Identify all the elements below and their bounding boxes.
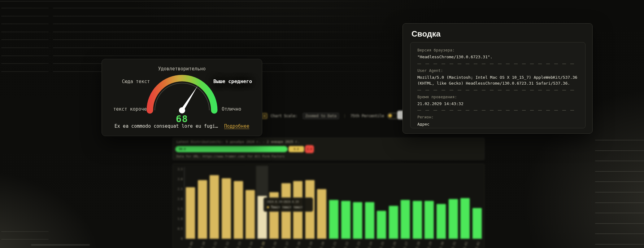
chart-tooltip: 2024.8.19~2024.8.19 Текст текст текст — [263, 197, 313, 212]
tooltip-text: Текст текст текст — [271, 206, 302, 209]
summary-info-box: Версия браузера:"HeadlessChrome/130.0.67… — [410, 42, 585, 128]
chart-bar[interactable] — [377, 211, 386, 239]
x-axis-tick-label: 2024-12-18 — [290, 241, 301, 248]
x-axis-tick-label: 2024-12-29 — [422, 241, 433, 248]
chart-y-axis — [184, 167, 185, 239]
y-axis-tick-label: 0 — [174, 237, 183, 240]
x-axis-tick-label: 2024-12-12 — [219, 241, 229, 248]
chart-bar[interactable] — [317, 189, 326, 239]
summary-panel: Сводка Версия браузера:"HeadlessChrome/1… — [402, 23, 593, 134]
x-axis-tick-label: 2024-12-28 — [410, 241, 420, 248]
chart-bar[interactable] — [222, 178, 231, 239]
checkbox-mark-icon — [263, 115, 265, 117]
summary-row-value: Адрес — [417, 121, 578, 127]
summary-row-label: Регион: — [417, 114, 578, 120]
chart-bar[interactable] — [437, 204, 446, 239]
percentile-label: 75th Percentile — [350, 114, 384, 118]
x-axis-tick-label: 2024-12-30 — [433, 241, 444, 248]
tooltip-series-dot-icon — [267, 206, 269, 208]
chart-bar[interactable] — [413, 201, 422, 239]
chart-scale-label: Chart Scale: — [271, 114, 298, 118]
distribution-footer: Data for URL: https://www.framer.com/ fo… — [176, 155, 285, 158]
x-axis-tick-label: 2024-12-15 — [255, 241, 265, 248]
chart-bar[interactable] — [460, 198, 470, 239]
distribution-segment-value: 90.8 — [179, 148, 186, 151]
chart-bar[interactable] — [353, 202, 362, 239]
distribution-segment: 2.4 — [305, 145, 314, 153]
chart-bar[interactable] — [424, 201, 434, 239]
tooltip-date-range: 2024.8.19~2024.8.19 — [267, 200, 310, 203]
gauge-needle-hub — [179, 107, 185, 113]
chart-bar[interactable] — [472, 208, 482, 239]
x-axis-tick-label: 2024-12-27 — [398, 241, 409, 248]
x-axis-tick-label: 2024-12-22 — [338, 241, 349, 248]
x-axis-tick-label: 2024-12-31 — [446, 241, 456, 248]
x-axis-tick-label: 2024-12-14 — [242, 241, 253, 248]
distribution-stacked-bar: 90.86.82.4 — [175, 145, 314, 153]
details-link[interactable]: Подробнее — [224, 123, 249, 129]
y-axis-tick-label: 0.5 — [174, 227, 183, 230]
y-axis-tick-label: 2.5 — [174, 188, 183, 191]
chart-bar[interactable] — [329, 200, 338, 239]
chart-bar[interactable] — [186, 187, 195, 239]
summary-row-value: Mozilla/5.0 (Macintosh; Intel Mac OS X 1… — [417, 74, 578, 86]
y-axis-tick-label: 3.5 — [174, 168, 183, 171]
chart-bar[interactable] — [210, 175, 219, 239]
y-axis-tick-label: 1.0 — [174, 217, 183, 220]
x-axis-tick-label: 2025-01-01 — [457, 241, 468, 248]
dashed-separator — [417, 90, 578, 91]
chart-bar[interactable] — [365, 202, 374, 239]
chart-bar[interactable] — [449, 199, 458, 239]
summary-row-label: Версия браузера: — [417, 47, 578, 53]
x-axis-tick-label: 2025-01-02 — [469, 241, 480, 248]
dashed-separator — [417, 110, 578, 111]
gauge-needle — [181, 86, 198, 111]
distribution-segment: 90.8 — [175, 146, 288, 152]
summary-title: Сводка — [411, 29, 441, 39]
chart-scale-select[interactable]: Zoomed to Data — [303, 113, 339, 119]
controls-separator: | — [344, 114, 346, 118]
summary-row-value: "HeadlessChrome/130.0.6723.31". — [417, 54, 578, 60]
chart-bar[interactable] — [401, 200, 410, 239]
chart-bar[interactable] — [246, 190, 255, 239]
x-axis-tick-label: 2024-12-26 — [386, 241, 397, 248]
gauge-description: Ex ea commodo consequat lore eu fugi… — [115, 123, 218, 129]
x-axis-tick-label: 2024-12-20 — [314, 241, 325, 248]
x-axis-tick-label: 2024-12-25 — [374, 241, 385, 248]
dashed-separator — [417, 64, 578, 64]
x-axis-tick-label: 2024-12-21 — [326, 241, 337, 248]
x-axis-tick-label: 2024-12-09 — [183, 241, 194, 248]
chart-bar[interactable] — [234, 181, 243, 239]
distribution-panel: Latest Distribution(%): 9 декабря 2024 г… — [172, 138, 485, 160]
gauge-card: Удовлетворительно Сюда текст Выше средне… — [102, 59, 262, 136]
x-axis-tick-label: 2024-12-16 — [266, 241, 277, 248]
chart-bar[interactable] — [341, 201, 350, 239]
summary-row-label: User Agent: — [417, 68, 578, 73]
chart-bar[interactable] — [389, 206, 398, 239]
x-axis-tick-label: 2024-12-11 — [207, 241, 218, 248]
distribution-segment: 6.8 — [289, 146, 304, 152]
y-axis-tick-label: 1.5 — [174, 207, 183, 210]
x-axis-tick-label: 2024-12-13 — [231, 241, 242, 248]
x-axis-tick-label: 2024-12-19 — [302, 241, 313, 248]
x-axis-tick-label: 2024-12-17 — [278, 241, 289, 248]
x-axis-tick-label: 2024-12-10 — [195, 241, 206, 248]
distribution-header: Latest Distribution(%): 9 декабря 2024 г… — [176, 140, 299, 144]
distribution-segment-value: 6.8 — [294, 148, 299, 151]
chart-scale-checkbox[interactable] — [262, 113, 267, 119]
y-axis-tick-label: 2.0 — [174, 197, 183, 201]
toggle-knob — [388, 114, 392, 117]
bar-chart-panel: 3.53.02.52.01.51.00.502024-12-092024-12-… — [172, 164, 485, 248]
chart-x-axis — [184, 239, 483, 239]
x-axis-tick-label: 2024-12-24 — [362, 241, 373, 248]
x-axis-tick-label: 2024-12-23 — [350, 241, 361, 248]
gauge-value: 68 — [102, 113, 262, 124]
chart-bar[interactable] — [198, 180, 207, 239]
summary-row-label: Время проведения: — [417, 94, 578, 100]
y-axis-tick-label: 3.0 — [174, 178, 183, 181]
distribution-segment-value: 2.4 — [307, 148, 312, 151]
summary-row-value: 21.02.2029 14:43:32 — [417, 101, 578, 107]
